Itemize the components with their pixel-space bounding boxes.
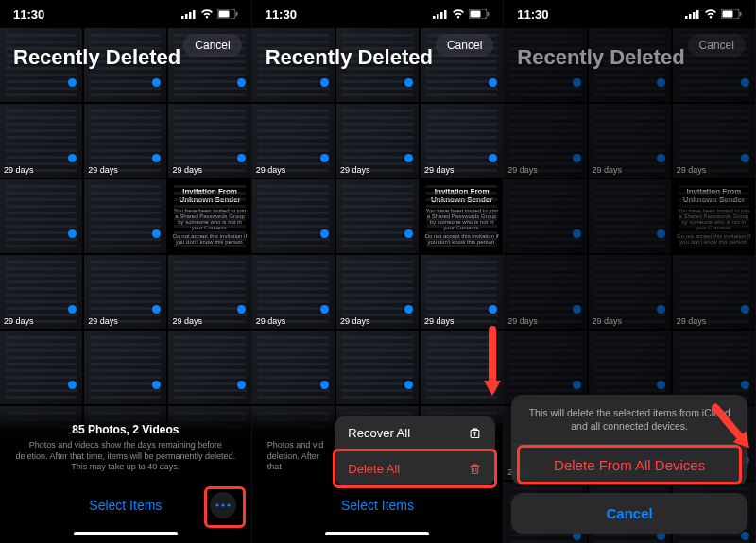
days-label: 29 days (256, 316, 286, 326)
grid-thumb[interactable] (84, 179, 166, 253)
svg-rect-16 (488, 12, 490, 16)
svg-rect-11 (437, 14, 439, 19)
grid-thumb[interactable] (336, 179, 419, 253)
status-icons (181, 9, 238, 19)
invitation-thumb: Invitation From Unknown Sender You have … (673, 179, 755, 253)
album-title: Recently Deleted (517, 45, 684, 70)
grid-thumb: 29 days (673, 255, 755, 329)
grid-thumb[interactable]: 29 days (84, 104, 166, 178)
grid-thumb[interactable]: 29 days (168, 255, 250, 329)
svg-rect-24 (740, 12, 742, 16)
days-label: 29 days (88, 165, 118, 175)
days-label: 29 days (593, 165, 623, 175)
days-label: 29 days (4, 316, 34, 326)
days-label: 29 days (507, 316, 538, 326)
annotation-arrow-icon (480, 326, 504, 401)
grid-thumb[interactable]: 29 days (168, 104, 250, 178)
grid-thumb[interactable]: 29 days (0, 255, 82, 329)
home-indicator[interactable] (325, 532, 429, 535)
invitation-thumb[interactable]: Invitation From Unknown Sender You have … (421, 179, 503, 253)
battery-icon (217, 9, 238, 19)
grid-thumb (504, 179, 586, 253)
status-bar: 11:30 (0, 0, 251, 28)
summary-count: 85 Photos, 2 Videos (72, 423, 179, 436)
svg-rect-1 (185, 14, 188, 19)
select-items-button[interactable]: Select Items (89, 498, 162, 513)
status-time: 11:30 (517, 8, 548, 22)
days-label: 29 days (677, 165, 707, 175)
svg-rect-0 (181, 16, 184, 19)
invitation-thumb[interactable]: Invitation From Unknown Sender You have … (168, 179, 250, 253)
wifi-icon (704, 9, 717, 19)
svg-rect-6 (236, 12, 238, 16)
recover-all-label: Recover All (348, 426, 410, 440)
toolbar: Select Items (252, 488, 504, 522)
svg-rect-3 (193, 10, 196, 19)
grid-thumb: 29 days (504, 104, 586, 178)
toolbar: Select Items (0, 488, 251, 522)
delete-all-button[interactable]: Delete All (335, 451, 495, 486)
svg-rect-18 (685, 16, 688, 19)
invitation-warn: Do not accept this invitation if you don… (172, 233, 247, 245)
screenshot-step-2: 11:30 Cancel Recently Deleted 29 days 29… (252, 0, 505, 543)
invitation-body: You have been invited to join a Shared P… (677, 208, 751, 230)
cancel-button[interactable]: Cancel (688, 34, 746, 57)
grid-thumb[interactable]: 29 days (252, 255, 335, 329)
grid-thumb[interactable] (252, 179, 335, 253)
days-label: 29 days (507, 165, 538, 175)
cancel-button[interactable]: Cancel (436, 34, 493, 57)
grid-thumb[interactable]: 29 days (421, 255, 503, 329)
svg-rect-19 (689, 14, 692, 19)
grid-thumb[interactable]: 29 days (0, 104, 82, 178)
grid-thumb: 29 days (589, 255, 671, 329)
home-indicator[interactable] (74, 532, 178, 535)
grid-thumb (589, 179, 671, 253)
grid-thumb[interactable]: 29 days (336, 104, 419, 178)
grid-thumb: 29 days (673, 104, 755, 178)
svg-rect-12 (440, 12, 443, 19)
svg-rect-23 (722, 11, 732, 18)
grid-thumb[interactable] (84, 331, 166, 404)
ellipsis-icon (215, 503, 231, 507)
svg-rect-15 (471, 11, 481, 18)
days-label: 29 days (593, 316, 623, 326)
status-icons (685, 9, 742, 19)
more-options-button[interactable] (210, 492, 236, 518)
grid-thumb[interactable]: 29 days (336, 255, 419, 329)
invitation-title: Invitation From Unknown Sender (172, 188, 247, 205)
invitation-title: Invitation From Unknown Sender (677, 188, 751, 205)
days-label: 29 days (172, 165, 202, 175)
recover-icon (468, 426, 482, 440)
grid-thumb: 29 days (589, 104, 671, 178)
grid-thumb[interactable]: 29 days (252, 104, 335, 178)
grid-thumb[interactable] (168, 331, 250, 404)
grid-thumb[interactable] (0, 179, 82, 253)
trash-icon (468, 462, 482, 476)
grid-thumb (504, 331, 586, 404)
grid-thumb[interactable] (336, 331, 419, 404)
svg-point-9 (227, 503, 230, 506)
grid-thumb[interactable]: 29 days (421, 104, 503, 178)
invitation-body: You have been invited to join a Shared P… (172, 208, 247, 230)
invitation-warn: Do not accept this invitation if you don… (424, 233, 499, 245)
wifi-icon (200, 9, 214, 19)
days-label: 29 days (424, 165, 455, 175)
status-time: 11:30 (13, 8, 44, 22)
action-sheet-cancel-button[interactable]: Cancel (511, 493, 747, 534)
delete-all-label: Delete All (348, 462, 400, 476)
delete-from-all-devices-button[interactable]: Delete From All Devices (511, 444, 747, 485)
days-label: 29 days (340, 316, 370, 326)
grid-thumb[interactable] (0, 331, 82, 404)
screenshot-step-1: 11:30 Cancel Recently Deleted 29 days 29… (0, 0, 252, 543)
recover-all-button[interactable]: Recover All (335, 416, 495, 451)
cancel-button[interactable]: Cancel (183, 34, 241, 57)
grid-thumb[interactable] (252, 331, 335, 404)
grid-thumb[interactable]: 29 days (84, 255, 166, 329)
svg-rect-20 (693, 12, 696, 19)
signal-icon (433, 9, 448, 19)
status-time: 11:30 (266, 8, 297, 22)
select-items-button[interactable]: Select Items (341, 498, 414, 513)
days-label: 29 days (340, 165, 370, 175)
svg-rect-5 (218, 11, 229, 18)
grid-thumb: 29 days (504, 255, 586, 329)
